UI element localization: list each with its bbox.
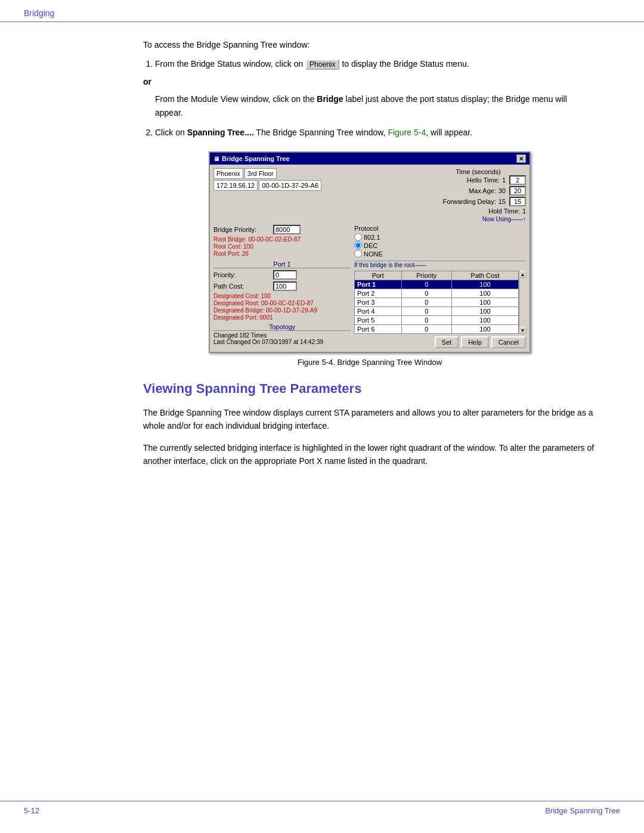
protocol-dec-radio[interactable] (354, 241, 362, 249)
footer-page-number: 5-12 (24, 806, 39, 815)
max-age-input[interactable]: 20 (509, 186, 526, 196)
root-note: If this bridge is the root—— (354, 261, 526, 268)
path-cost-input[interactable]: 100 (273, 281, 297, 291)
port-table-wrapper: Port Priority Path Cost Port 10100Port 2… (354, 271, 526, 334)
hello-time-input[interactable]: 2 (509, 175, 526, 185)
priority-cell: 0 (401, 289, 451, 298)
or-label: or (143, 77, 596, 86)
scroll-up-arrow[interactable]: ▲ (519, 271, 527, 278)
step-1: From the Bridge Status window, click on … (155, 59, 596, 70)
set-button[interactable]: Set (435, 336, 459, 348)
hold-time-row: Hold Time: 1 (488, 208, 526, 215)
port-table-row[interactable]: Port 30100 (355, 298, 519, 307)
port-table-row[interactable]: Port 40100 (355, 307, 519, 316)
root-bridge-line: Root Bridge: 00-00-0C-02-ED-87 (213, 236, 351, 243)
fwd-delay-row: Forwarding Delay: 15 15 (442, 197, 526, 206)
fwd-delay-input[interactable]: 15 (509, 197, 526, 206)
bst-info-row: Phoenix 3rd Floor 172.19.56.12 00-00-1D-… (213, 168, 526, 222)
col-path-cost: Path Cost (451, 271, 518, 280)
figure-container: 🖥 Bridge Spanning Tree ✕ Phoenix 3rd Flo… (143, 151, 596, 367)
port-cell: Port 5 (355, 316, 402, 325)
body-paragraph-1: The Bridge Spanning Tree window displays… (143, 406, 596, 433)
hostname-cell: Phoenix (213, 168, 243, 179)
designated-port-line: Designated Port: 0001 (213, 314, 351, 321)
intro-text: To access the Bridge Spanning Tree windo… (143, 40, 596, 49)
topology-line1: Changed 182 Times (213, 332, 351, 339)
bridge-priority-row: Bridge Priority: 8000 (213, 225, 351, 234)
path-cost-label: Path Cost: (213, 283, 273, 290)
location-cell: 3rd Floor (244, 168, 277, 179)
bridge-button-inline[interactable]: Phoenix (305, 59, 339, 70)
figure-link[interactable]: Figure 5-4 (388, 128, 426, 137)
help-button[interactable]: Help (461, 336, 489, 348)
protocol-label: Protocol (354, 225, 526, 232)
priority-cell: 0 (401, 280, 451, 289)
path-cost-cell: 100 (451, 289, 518, 298)
header-bar: Bridging (0, 0, 644, 22)
port-table-row[interactable]: Port 60100 (355, 325, 519, 334)
ip-cell: 172.19.56.12 (213, 180, 258, 191)
bst-titlebar-left: 🖥 Bridge Spanning Tree (213, 155, 290, 162)
bst-window-title: Bridge Spanning Tree (222, 155, 290, 162)
port-cell: Port 6 (355, 325, 402, 334)
footer-chapter-title: Bridge Spanning Tree (545, 806, 620, 815)
step-2: Click on Spanning Tree.... The Bridge Sp… (155, 128, 596, 137)
path-cost-cell: 100 (451, 280, 518, 289)
port-table-row[interactable]: Port 10100 (355, 280, 519, 289)
port-table-scrollbar[interactable]: ▲ ▼ (519, 271, 526, 334)
designated-root-line: Designated Root: 00-00-0C-02-ED-87 (213, 300, 351, 306)
topology-label: Topology (213, 323, 351, 331)
path-cost-cell: 100 (451, 316, 518, 325)
bst-close-button[interactable]: ✕ (516, 154, 526, 163)
mac-cell: 00-00-1D-37-29-A6 (259, 180, 321, 191)
protocol-802-row: 802.1 (354, 233, 526, 241)
port-priority-label: Priority: (213, 271, 273, 278)
topology-line2: Last Changed On 07/30/1997 at 14:42:39 (213, 339, 351, 345)
port-cell: Port 4 (355, 307, 402, 316)
priority-cell: 0 (401, 298, 451, 307)
col-port: Port (355, 271, 402, 280)
priority-cell: 0 (401, 325, 451, 334)
bst-left-col: Bridge Priority: 8000 Root Bridge: 00-00… (213, 225, 351, 348)
priority-cell: 0 (401, 316, 451, 325)
designated-bridge-line: Designated Bridge: 00-00-1D-37-29-A9 (213, 307, 351, 314)
cancel-button[interactable]: Cancel (491, 336, 526, 348)
bst-main-area: Bridge Priority: 8000 Root Bridge: 00-00… (213, 225, 526, 348)
scroll-down-arrow[interactable]: ▼ (519, 327, 527, 334)
port-priority-input[interactable]: 0 (273, 270, 297, 280)
port-table: Port Priority Path Cost Port 10100Port 2… (354, 271, 519, 334)
body-paragraph-2: The currently selected bridging interfac… (143, 441, 596, 468)
steps-list: From the Bridge Status window, click on … (155, 59, 596, 70)
bridge-priority-label: Bridge Priority: (213, 226, 273, 233)
footer: 5-12 Bridge Spanning Tree (0, 801, 644, 815)
root-cost-line: Root Cost: 100 (213, 243, 351, 250)
now-using-label: Now Using——↑ (482, 216, 526, 222)
step-or-text: From the Module View window, click on th… (155, 92, 596, 119)
priority-cell: 0 (401, 307, 451, 316)
port-section-label: Port 1 (213, 261, 351, 268)
section-heading: Viewing Spanning Tree Parameters (143, 381, 596, 397)
protocol-dec-row: DEC (354, 241, 526, 249)
port-cell: Port 3 (355, 298, 402, 307)
protocol-none-radio[interactable] (354, 250, 362, 258)
bst-button-row: Set Help Cancel (354, 336, 526, 348)
max-age-row: Max Age: 30 20 (469, 186, 526, 196)
port-table-row[interactable]: Port 50100 (355, 316, 519, 325)
figure-caption: Figure 5-4. Bridge Spanning Tree Window (298, 358, 442, 367)
port-table-row[interactable]: Port 20100 (355, 289, 519, 298)
page-container: Bridging To access the Bridge Spanning T… (0, 0, 644, 833)
header-title: Bridging (24, 8, 54, 18)
hello-time-row: Hello Time: 1 2 (467, 175, 526, 185)
port-priority-row: Priority: 0 (213, 270, 351, 280)
time-section-label: Time (seconds) (431, 168, 526, 175)
bst-body: Phoenix 3rd Floor 172.19.56.12 00-00-1D-… (210, 165, 530, 352)
protocol-none-row: NONE (354, 250, 526, 258)
bst-right-col: Protocol 802.1 DEC (354, 225, 526, 348)
bridge-priority-input[interactable]: 8000 (273, 225, 301, 234)
port-cell: Port 2 (355, 289, 402, 298)
designated-cost-line: Designated Cost: 100 (213, 293, 351, 299)
content-area: To access the Bridge Spanning Tree windo… (0, 22, 644, 494)
root-port-line: Root Port: 26 (213, 250, 351, 257)
protocol-802-radio[interactable] (354, 233, 362, 241)
bst-title-icon: 🖥 (213, 156, 219, 162)
